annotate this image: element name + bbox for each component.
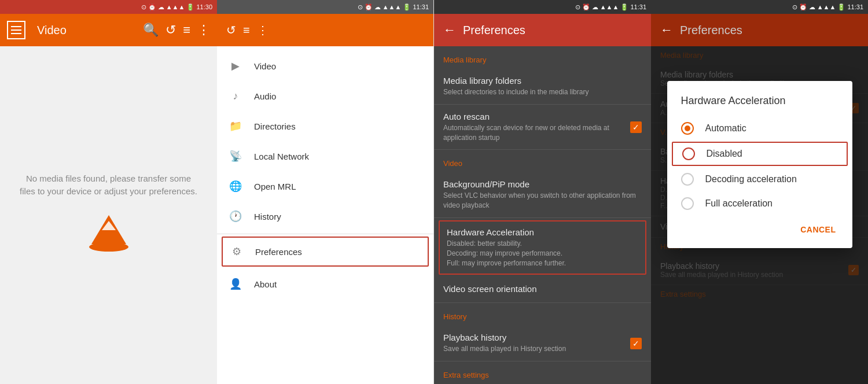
sidebar-item-label-video: Video bbox=[254, 61, 276, 71]
sidebar-item-directories[interactable]: 📁 Directories bbox=[217, 111, 433, 141]
pref-item-background-pip[interactable]: Background/PiP mode Select VLC behavior … bbox=[434, 172, 651, 218]
toolbar-1: Video 🔍 ↺ ≡ ⋮ bbox=[0, 14, 217, 46]
pref-item-playback-history[interactable]: Playback history Save all media played i… bbox=[434, 326, 651, 361]
auto-rescan-checkbox[interactable]: ✓ bbox=[630, 121, 642, 133]
preferences-title-4: Preferences bbox=[680, 24, 859, 37]
preferences-content: Media library Media library folders Sele… bbox=[434, 46, 651, 384]
toolbar-history-icon[interactable]: ↺ bbox=[226, 23, 236, 37]
pref-subtitle-hardware-acceleration: Disabled: better stability.Decoding: may… bbox=[447, 239, 638, 268]
option-label-automatic: Automatic bbox=[705, 123, 746, 134]
option-label-decoding: Decoding acceleration bbox=[705, 174, 797, 184]
dialog-overlay: Hardware Acceleration Automatic Disabled… bbox=[651, 46, 868, 384]
status-time-4: ⊙ ⏰ ☁ ▲▲▲ 🔋 11:31 bbox=[792, 3, 863, 11]
nav-divider bbox=[217, 234, 433, 234]
dialog-actions: CANCEL bbox=[667, 216, 852, 243]
pref-item-hardware-acceleration[interactable]: Hardware Acceleration Disabled: better s… bbox=[439, 220, 646, 275]
sidebar-item-label-preferences: Preferences bbox=[255, 247, 302, 257]
dialog-title: Hardware Acceleration bbox=[667, 95, 852, 116]
sidebar-item-audio[interactable]: ♪ Audio bbox=[217, 81, 433, 111]
status-bar-4: ⊙ ⏰ ☁ ▲▲▲ 🔋 11:31 bbox=[651, 0, 868, 14]
pref-item-video-orientation[interactable]: Video screen orientation bbox=[434, 277, 651, 303]
hardware-acceleration-dialog: Hardware Acceleration Automatic Disabled… bbox=[667, 81, 852, 248]
option-label-disabled: Disabled bbox=[707, 149, 742, 159]
panel-preferences: ⊙ ⏰ ☁ ▲▲▲ 🔋 11:31 ← Preferences Media li… bbox=[434, 0, 651, 384]
video-icon: ▶ bbox=[229, 59, 242, 73]
pref-item-auto-rescan[interactable]: Auto rescan Automatically scan device fo… bbox=[434, 105, 651, 150]
panel-preferences-dialog: ⊙ ⏰ ☁ ▲▲▲ 🔋 11:31 ← Preferences Media li… bbox=[651, 0, 868, 384]
dialog-option-disabled[interactable]: Disabled bbox=[672, 142, 848, 166]
directories-icon: 📁 bbox=[229, 119, 242, 133]
dialog-option-full[interactable]: Full acceleration bbox=[667, 191, 852, 216]
sidebar-item-preferences[interactable]: ⚙ Preferences bbox=[222, 237, 429, 267]
sidebar-item-label-audio: Audio bbox=[254, 91, 276, 101]
nav-items-list: ▶ Video ♪ Audio 📁 Directories 📡 Local Ne… bbox=[217, 46, 433, 384]
search-icon[interactable]: 🔍 bbox=[143, 23, 159, 38]
sidebar-item-label-about: About bbox=[254, 279, 277, 289]
section-header-media-library: Media library bbox=[434, 46, 651, 69]
back-button-4[interactable]: ← bbox=[660, 23, 673, 38]
open-mrl-icon: 🌐 bbox=[229, 179, 242, 193]
section-header-extra-settings: Extra settings bbox=[434, 361, 651, 384]
history-icon[interactable]: ↺ bbox=[165, 23, 176, 38]
pref-subtitle-playback-history: Save all media played in History section bbox=[443, 344, 566, 354]
pref-title-auto-rescan: Auto rescan bbox=[443, 112, 630, 121]
about-icon: 👤 bbox=[229, 277, 242, 291]
status-bar-2: ⊙ ⏰ ☁ ▲▲▲ 🔋 11:31 bbox=[217, 0, 433, 14]
pref-row-auto-rescan: Auto rescan Automatically scan device fo… bbox=[443, 112, 642, 143]
more-icon[interactable]: ⋮ bbox=[197, 23, 210, 38]
pref-subtitle-media-folders: Select directories to include in the med… bbox=[443, 87, 642, 97]
pref-title-playback-history: Playback history bbox=[443, 333, 566, 342]
sidebar-item-open-mrl[interactable]: 🌐 Open MRL bbox=[217, 171, 433, 201]
radio-decoding[interactable] bbox=[681, 173, 694, 186]
sidebar-item-label-local-network: Local Network bbox=[254, 152, 309, 161]
radio-automatic[interactable] bbox=[681, 122, 694, 135]
dialog-cancel-button[interactable]: CANCEL bbox=[793, 220, 843, 239]
sidebar-item-about[interactable]: 👤 About bbox=[217, 269, 433, 299]
status-bar-3: ⊙ ⏰ ☁ ▲▲▲ 🔋 11:31 bbox=[434, 0, 651, 14]
preferences-title-3: Preferences bbox=[463, 24, 642, 37]
audio-icon: ♪ bbox=[229, 89, 242, 103]
back-button-3[interactable]: ← bbox=[443, 23, 456, 38]
preferences-icon: ⚙ bbox=[230, 245, 244, 259]
pref-title-media-folders: Media library folders bbox=[443, 76, 642, 86]
panel4-background: Media library Media library folders Sele… bbox=[651, 46, 868, 384]
option-label-full: Full acceleration bbox=[705, 198, 773, 209]
panel1-empty-content: No media files found, please transfer so… bbox=[0, 46, 217, 384]
playback-history-checkbox[interactable]: ✓ bbox=[630, 338, 642, 349]
toolbar-sort-icon[interactable]: ≡ bbox=[243, 24, 250, 37]
history-nav-icon: 🕐 bbox=[229, 209, 242, 223]
sidebar-item-label-open-mrl: Open MRL bbox=[254, 182, 296, 191]
sidebar-item-history[interactable]: 🕐 History bbox=[217, 201, 433, 231]
dialog-option-automatic[interactable]: Automatic bbox=[667, 116, 852, 141]
status-time-3: ⊙ ⏰ ☁ ▲▲▲ 🔋 11:31 bbox=[575, 3, 646, 11]
no-media-message: No media files found, please transfer so… bbox=[20, 172, 197, 198]
sidebar-item-label-directories: Directories bbox=[254, 121, 296, 131]
status-bar-1: ⊙ ⏰ ☁ ▲▲▲ 🔋 11:30 bbox=[0, 0, 217, 14]
toolbar-2: ↺ ≡ ⋮ bbox=[217, 14, 433, 46]
local-network-icon: 📡 bbox=[229, 149, 242, 163]
sort-icon[interactable]: ≡ bbox=[183, 23, 190, 38]
pref-subtitle-auto-rescan: Automatically scan device for new or del… bbox=[443, 123, 630, 143]
radio-disabled[interactable] bbox=[682, 147, 695, 160]
panel-video-main: ⊙ ⏰ ☁ ▲▲▲ 🔋 11:30 Video 🔍 ↺ ≡ ⋮ No media… bbox=[0, 0, 217, 384]
pref-title-hardware-acceleration: Hardware Acceleration bbox=[447, 227, 638, 237]
pref-title-background-pip: Background/PiP mode bbox=[443, 179, 642, 189]
sidebar-item-video[interactable]: ▶ Video bbox=[217, 51, 433, 81]
section-header-video: Video bbox=[434, 150, 651, 172]
panel-nav-drawer: ⊙ ⏰ ☁ ▲▲▲ 🔋 11:31 ↺ ≡ ⋮ ▶ Video ♪ Audio … bbox=[217, 0, 434, 384]
toolbar-title-1: Video bbox=[37, 24, 136, 37]
pref-subtitle-background-pip: Select VLC behavior when you switch to o… bbox=[443, 191, 642, 211]
status-time-2: ⊙ ⏰ ☁ ▲▲▲ 🔋 11:31 bbox=[358, 3, 429, 11]
vlc-logo bbox=[86, 212, 132, 259]
dialog-option-decoding[interactable]: Decoding acceleration bbox=[667, 167, 852, 191]
section-header-history: History bbox=[434, 303, 651, 326]
pref-item-media-folders[interactable]: Media library folders Select directories… bbox=[434, 69, 651, 105]
sidebar-item-local-network[interactable]: 📡 Local Network bbox=[217, 141, 433, 171]
radio-full[interactable] bbox=[681, 197, 694, 210]
hamburger-menu-button[interactable] bbox=[7, 21, 25, 39]
toolbar-more-icon-2[interactable]: ⋮ bbox=[257, 23, 269, 37]
toolbar-4: ← Preferences bbox=[651, 14, 868, 46]
pref-row-playback-history: Playback history Save all media played i… bbox=[443, 333, 642, 354]
toolbar-3: ← Preferences bbox=[434, 14, 651, 46]
status-icons-1: ⊙ ⏰ ☁ ▲▲▲ 🔋 11:30 bbox=[141, 3, 212, 11]
